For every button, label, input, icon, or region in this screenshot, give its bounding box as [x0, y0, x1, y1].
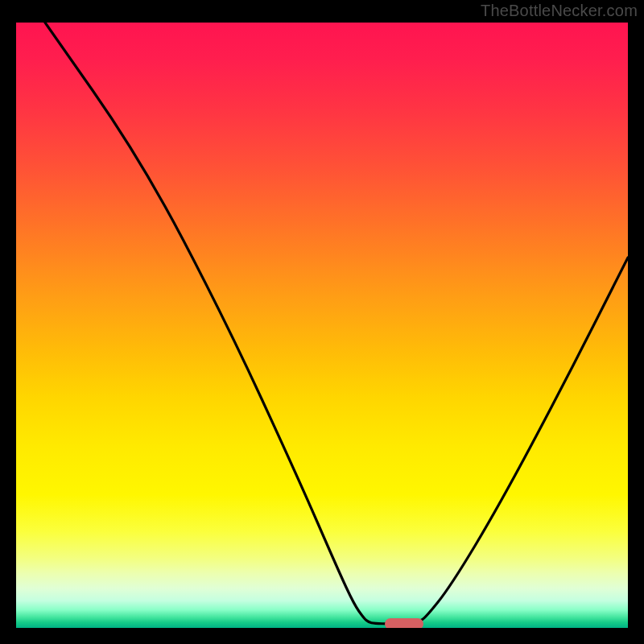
watermark-text: TheBottleNecker.com: [481, 2, 638, 20]
chart-frame: TheBottleNecker.com: [0, 0, 644, 644]
curve-layer: [16, 23, 628, 628]
plot-area: [16, 23, 628, 628]
bottleneck-curve: [45, 23, 628, 624]
optimal-marker: [385, 618, 423, 629]
